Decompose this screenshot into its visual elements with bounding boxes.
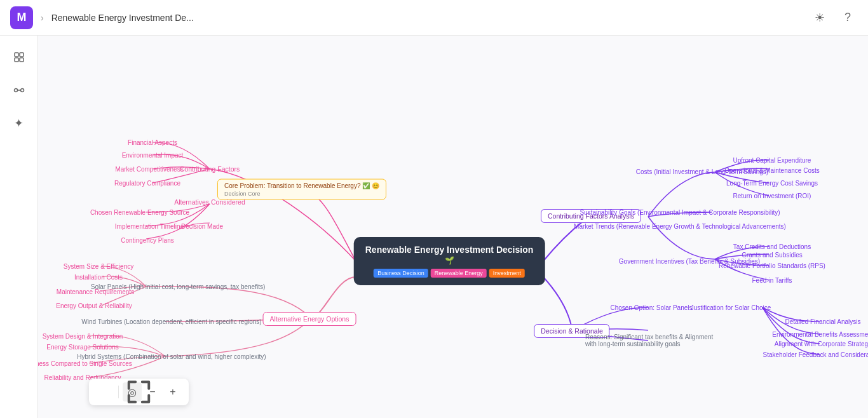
detailed-financial-node[interactable]: Detailed Financial Analysis	[782, 317, 865, 327]
market-trends-node[interactable]: Market Trends (Renewable Energy Growth &…	[570, 222, 790, 231]
zoom-out-button[interactable]: −	[143, 382, 162, 401]
alternatives-considered-node[interactable]: Alternatives Considered	[169, 196, 250, 208]
energy-storage-node[interactable]: Energy Storage Solutions	[43, 342, 122, 352]
sparkle-tool-button[interactable]: ✦	[8, 112, 31, 135]
sustainability-goals-node[interactable]: Sustainability Goals (Environmental Impa…	[576, 208, 783, 217]
system-design-node[interactable]: System Design & Integration	[39, 332, 127, 341]
svg-rect-3	[20, 58, 24, 62]
operational-maintenance-node[interactable]: Operational & Maintenance Costs	[721, 166, 824, 175]
svg-point-4	[14, 89, 17, 92]
breadcrumb-arrow: ›	[41, 13, 44, 23]
header: M › Renewable Energy Investment De... ☀ …	[0, 0, 868, 36]
svg-rect-1	[20, 53, 24, 57]
environmental-benefits-node[interactable]: Environmental Benefits Assessment	[768, 330, 868, 339]
central-node[interactable]: Renewable Energy Investment Decision 🌱 B…	[354, 237, 545, 285]
mindmap: Renewable Energy Investment Decision 🌱 B…	[38, 36, 868, 418]
tag-business: Business Decision	[374, 269, 428, 278]
central-node-icon: 🌱	[445, 256, 454, 265]
svg-rect-2	[15, 58, 18, 62]
bottom-toolbar: ◎ − +	[89, 379, 189, 405]
select-tool-button[interactable]	[8, 46, 31, 69]
market-competitiveness-node[interactable]: Market Competitiveness	[111, 165, 187, 174]
zoom-in-button[interactable]: +	[163, 382, 182, 401]
longterm-energy-node[interactable]: Long-Term Energy Cost Savings	[722, 179, 822, 188]
svg-point-5	[20, 89, 24, 92]
implementation-timeline-node[interactable]: Implementation Timeline	[111, 222, 187, 231]
financial-aspects-node[interactable]: Financial Aspects	[124, 138, 181, 147]
cost-effectiveness-node[interactable]: t Effectiveness Compared to Single Sourc…	[38, 359, 136, 368]
left-toolbar: ✦	[0, 36, 38, 418]
installation-costs-node[interactable]: Installation Costs	[71, 273, 126, 282]
connect-tool-button[interactable]	[8, 79, 31, 102]
help-button[interactable]: ?	[837, 8, 858, 28]
stakeholder-feedback-node[interactable]: Stakeholder Feedback and Considerations	[759, 350, 868, 360]
system-size-node[interactable]: System Size & Efficiency	[60, 262, 137, 271]
svg-rect-0	[15, 53, 18, 57]
feed-in-tariffs-node[interactable]: Feed-in Tariffs	[749, 276, 796, 285]
environmental-impact-node[interactable]: Environmental Impact	[118, 151, 187, 160]
breadcrumb-title: Renewable Energy Investment De...	[51, 13, 194, 23]
contingency-plans-node[interactable]: Contingency Plans	[117, 236, 177, 245]
expand-button[interactable]	[95, 382, 114, 401]
chosen-renewable-node[interactable]: Chosen Renewable Energy Source	[86, 208, 193, 217]
energy-output-node[interactable]: Energy Output & Reliability	[52, 301, 136, 311]
tag-renewable: Renewable Energy	[431, 269, 487, 278]
renewable-portfolio-node[interactable]: Renewable Portfolio Standards (RPS)	[715, 261, 829, 271]
center-button[interactable]: ◎	[123, 382, 142, 401]
app-logo: M	[10, 6, 33, 29]
alt-energy-options-node[interactable]: Alternative Energy Options	[263, 312, 356, 326]
decision-made-node[interactable]: Decision Made	[177, 222, 227, 231]
chosen-solar-node[interactable]: Chosen Option: Solar Panels	[607, 303, 696, 313]
canvas[interactable]: Renewable Energy Investment Decision 🌱 B…	[38, 36, 868, 418]
reasons-node[interactable]: Reasons: Significant tax benefits & Alig…	[581, 332, 721, 349]
roi-node[interactable]: Return on Investment (ROI)	[729, 191, 815, 201]
maintenance-req-node[interactable]: Maintenance Requirements	[53, 287, 138, 297]
regulatory-compliance-node[interactable]: Regulatory Compliance	[111, 179, 184, 188]
justification-node[interactable]: Justification for Solar Choice	[687, 303, 775, 313]
central-node-label: Renewable Energy Investment Decision	[365, 245, 534, 255]
tag-investment: Investment	[489, 269, 525, 278]
grants-subsidies-node[interactable]: Grants and Subsidies	[738, 250, 806, 260]
alignment-corporate-node[interactable]: Alignment with Corporate Strategy	[771, 339, 868, 349]
toolbar-divider	[118, 386, 119, 398]
light-mode-button[interactable]: ☀	[810, 8, 830, 28]
upfront-capital-node[interactable]: Upfront Capital Expenditure	[729, 156, 815, 165]
wind-turbines-node[interactable]: Wind Turbines (Location dependent, effic…	[78, 317, 265, 327]
